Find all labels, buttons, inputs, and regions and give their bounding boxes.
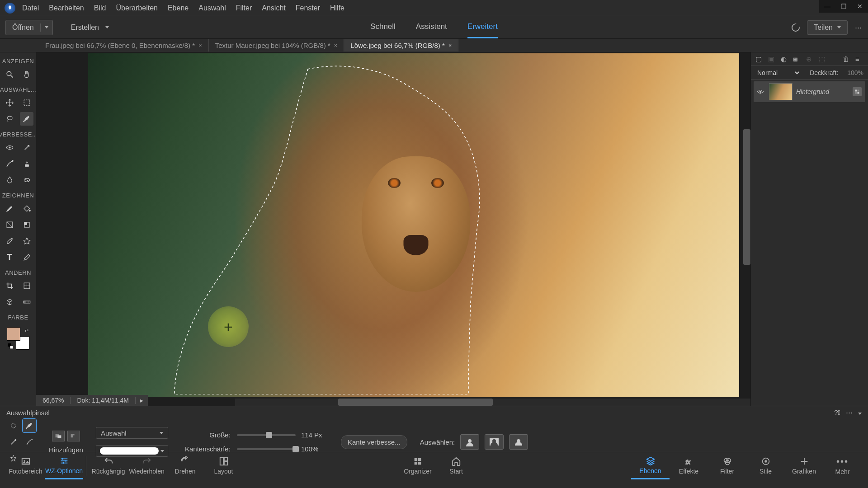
taskbar-ebenen[interactable]: Ebenen — [631, 452, 670, 479]
scrollbar-thumb[interactable] — [338, 399, 493, 406]
layer-thumbnail[interactable] — [769, 83, 793, 100]
minimize-button[interactable]: — — [819, 0, 835, 13]
tab-assistent[interactable]: Assistent — [416, 16, 447, 38]
eyedropper-tool[interactable] — [3, 234, 16, 248]
zoom-tool[interactable] — [3, 67, 16, 81]
document-tab-0[interactable]: Frau.jpeg bei 66,7% (Ebene 0, Ebenenmask… — [39, 39, 209, 52]
taskbar-effekte[interactable]: fx Effekte — [670, 452, 708, 479]
mask-icon[interactable]: ◙ — [793, 55, 802, 63]
taskbar-wz-optionen[interactable]: WZ-Optionen — [45, 452, 83, 479]
zoom-level[interactable]: 66,67% — [36, 397, 71, 404]
options-menu-icon[interactable]: ⋯ — [846, 408, 853, 417]
tab-close-button[interactable]: × — [448, 42, 452, 49]
pencil-tool[interactable] — [20, 250, 33, 264]
recompose-tool[interactable] — [20, 279, 33, 292]
share-button[interactable]: Teilen — [807, 20, 848, 35]
new-group-icon[interactable]: ▣ — [768, 55, 776, 63]
open-button[interactable]: Öffnen — [6, 23, 41, 32]
collapse-icon[interactable] — [858, 408, 862, 417]
swap-colors-icon[interactable]: ⇄ — [25, 328, 28, 333]
menu-bild[interactable]: Bild — [94, 4, 106, 12]
refine-edge-button[interactable]: Kante verbesse... — [341, 435, 407, 449]
taskbar-start[interactable]: Start — [437, 452, 476, 479]
taskbar-grafiken[interactable]: Grafiken — [785, 452, 823, 479]
smart-brush-tool[interactable] — [3, 157, 16, 170]
quick-select-tool[interactable] — [6, 419, 20, 432]
hardness-slider[interactable] — [237, 448, 296, 450]
marquee-tool[interactable] — [20, 96, 33, 109]
menu-filter[interactable]: Filter — [236, 4, 252, 12]
layer-row-background[interactable]: 👁 Hintergrund — [754, 81, 865, 102]
link-layers-icon[interactable]: ⊕ — [806, 55, 814, 63]
tab-schnell[interactable]: Schnell — [370, 16, 396, 38]
selection-brush-variant[interactable] — [23, 419, 36, 432]
spot-heal-tool[interactable] — [20, 141, 33, 154]
taskbar-drehen[interactable]: Drehen — [166, 452, 204, 479]
shape-tool[interactable] — [20, 234, 33, 248]
crop-tool[interactable] — [3, 279, 16, 292]
maximize-button[interactable]: ❐ — [835, 0, 852, 13]
delete-layer-icon[interactable]: 🗑 — [843, 55, 851, 63]
menu-datei[interactable]: Datei — [22, 4, 39, 12]
taskbar-rueckgaengig[interactable]: Rückgängig — [89, 452, 127, 479]
document-tab-2[interactable]: Löwe.jpeg bei 66,7% (RGB/8) * × — [344, 39, 458, 52]
foreground-color-swatch[interactable] — [7, 327, 20, 341]
open-dropdown-button[interactable] — [41, 26, 52, 28]
layer-visibility-icon[interactable]: 👁 — [757, 88, 765, 96]
menu-ueberarbeiten[interactable]: Überarbeiten — [116, 4, 158, 12]
clone-stamp-tool[interactable] — [20, 157, 33, 170]
new-layer-icon[interactable]: ▢ — [755, 55, 764, 63]
select-subject-button[interactable] — [460, 434, 479, 450]
tab-erweitert[interactable]: Erweitert — [467, 16, 498, 38]
paint-bucket-tool[interactable] — [20, 202, 33, 215]
blend-mode-select[interactable]: Normal — [755, 69, 801, 77]
sponge-tool[interactable] — [20, 173, 33, 187]
blur-tool[interactable] — [3, 173, 16, 187]
theme-toggle-icon[interactable] — [792, 23, 800, 32]
content-aware-tool[interactable] — [3, 295, 16, 309]
select-sky-button[interactable] — [509, 434, 528, 450]
refine-selection-tool[interactable] — [23, 435, 36, 449]
move-tool[interactable] — [3, 96, 16, 109]
default-colors-icon[interactable] — [8, 343, 13, 349]
lasso-tool[interactable] — [3, 112, 16, 126]
menu-auswahl[interactable]: Auswahl — [198, 4, 226, 12]
lock-layers-icon[interactable]: ⬚ — [819, 55, 827, 63]
mode-dropdown[interactable]: Auswahl — [96, 427, 168, 439]
text-tool[interactable]: T — [3, 250, 16, 264]
taskbar-fotobereich[interactable]: Fotobereich — [6, 452, 45, 479]
hand-tool[interactable] — [20, 67, 33, 81]
panel-menu-icon[interactable]: ≡ — [855, 55, 863, 63]
menu-hilfe[interactable]: Hilfe — [330, 4, 344, 12]
menu-bearbeiten[interactable]: Bearbeiten — [49, 4, 84, 12]
redeye-tool[interactable] — [3, 141, 16, 154]
taskbar-mehr[interactable]: ••• Mehr — [823, 452, 862, 479]
brush-tool[interactable] — [3, 202, 16, 215]
document-canvas[interactable]: + — [88, 53, 739, 397]
taskbar-organizer[interactable]: Organizer — [399, 452, 437, 479]
help-icon[interactable]: ?⃝ — [834, 408, 840, 417]
taskbar-layout[interactable]: Layout — [204, 452, 243, 479]
layer-lock-icon[interactable] — [853, 87, 862, 96]
vertical-scrollbar[interactable] — [743, 129, 750, 265]
status-menu-icon[interactable]: ▸ — [136, 397, 148, 404]
tab-close-button[interactable]: × — [198, 42, 202, 49]
menu-fenster[interactable]: Fenster — [296, 4, 320, 12]
opacity-value[interactable]: 100% — [847, 69, 863, 76]
tab-close-button[interactable]: × — [334, 42, 338, 49]
magic-wand-tool[interactable] — [6, 435, 20, 449]
subtract-from-selection-button[interactable] — [67, 431, 80, 441]
close-button[interactable]: ✕ — [852, 0, 868, 13]
gradient-tool[interactable] — [3, 218, 16, 231]
selection-brush-tool[interactable] — [20, 112, 33, 126]
more-icon[interactable]: ⋯ — [855, 23, 862, 32]
taskbar-stile[interactable]: Stile — [746, 452, 785, 479]
straighten-tool[interactable] — [20, 295, 33, 309]
menu-ansicht[interactable]: Ansicht — [262, 4, 285, 12]
size-slider[interactable] — [237, 434, 296, 436]
create-button[interactable]: Erstellen — [71, 23, 109, 32]
hardness-value[interactable]: 100% — [301, 445, 328, 453]
taskbar-wiederholen[interactable]: Wiederholen — [127, 452, 166, 479]
add-to-selection-button[interactable] — [52, 431, 65, 441]
layer-name[interactable]: Hintergrund — [796, 88, 849, 95]
